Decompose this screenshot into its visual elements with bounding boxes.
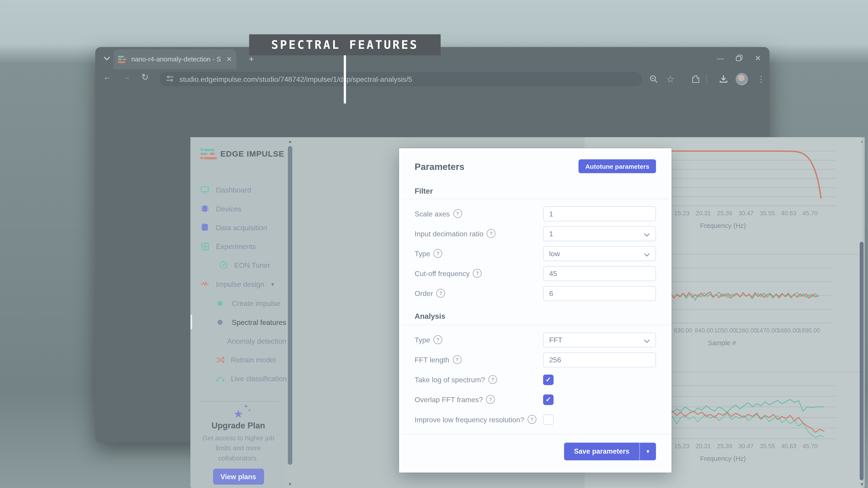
svg-text:45.70: 45.70 [802,443,817,450]
svg-text:20.31: 20.31 [695,210,711,217]
sidebar-item-label: Impulse design [216,280,264,288]
help-icon[interactable]: ? [436,289,445,297]
sidebar-item-anomaly-detection[interactable]: Anomaly detection [190,332,286,349]
tab-close-icon[interactable]: ✕ [226,56,232,62]
url-bar[interactable]: studio.edgeimpulse.com/studio/748742/imp… [159,72,642,86]
bookmark-star-icon[interactable]: ☆ [663,72,678,86]
panel-title: Parameters [414,162,464,172]
param-label: Type [414,249,430,258]
analysis-type-select[interactable]: FFT [543,332,656,347]
help-icon[interactable]: ? [488,375,497,384]
sidebar-item-impulse-design[interactable]: Impulse design ▾ [190,275,286,292]
cutoff-frequency-input[interactable] [543,266,656,281]
upgrade-title: Upgrade Plan [190,420,286,430]
extensions-icon[interactable] [689,72,703,86]
fft-length-input[interactable] [543,352,656,367]
browser-menu-kebab-icon[interactable]: ⋮ [754,72,769,86]
toolbar-divider [706,74,707,84]
param-row-input-decimation-ratio: Input decimation ratio? 1 [401,223,669,243]
save-options-caret-button[interactable]: ▼ [640,443,656,460]
svg-text:40.63: 40.63 [781,443,796,450]
param-label: Overlap FFT frames? [414,395,483,404]
footer-divider [401,434,669,434]
sidebar-scrollbar-down-arrow[interactable]: ▼ [287,482,293,487]
param-row-order: Order? [401,283,669,303]
edge-impulse-logo-icon [199,147,218,160]
svg-text:40.63: 40.63 [781,210,796,217]
sidebar-item-label: Anomaly detection [227,337,286,345]
autotune-parameters-button[interactable]: Autotune parameters [579,159,656,173]
svg-text:1050.00: 1050.00 [714,327,736,334]
section-divider [401,325,669,325]
view-plans-button[interactable]: View plans [213,468,264,485]
help-icon[interactable]: ? [434,249,442,258]
sidebar-item-experiments[interactable]: Experiments [190,238,286,254]
help-icon[interactable]: ? [453,355,461,364]
input-decimation-ratio-select[interactable]: 1 [543,226,656,241]
sidebar-item-create-impulse[interactable]: Create impulse [190,295,286,311]
scale-axes-input[interactable] [543,206,656,221]
edge-impulse-logo[interactable]: EDGE IMPULSE [199,146,284,162]
window-minimize-button[interactable]: — [712,52,728,65]
sidebar-item-dashboard[interactable]: Dashboard [190,182,286,198]
sidebar-item-data-acquisition[interactable]: Data acquisition [190,219,286,236]
order-input[interactable] [543,286,656,301]
overlap-fft-checkbox[interactable] [543,394,554,405]
help-icon[interactable]: ? [473,269,482,278]
tab-title: nano-r4-anomaly-detection - S [131,55,226,63]
tab-search-chevron-icon[interactable] [101,53,113,65]
param-row-analysis-type: Type? FFT [401,330,669,350]
svg-text:15.23: 15.23 [674,210,689,217]
filter-type-select[interactable]: low [543,246,656,261]
save-parameters-button[interactable]: Save parameters [564,443,639,460]
reload-icon[interactable]: ↻ [137,72,153,83]
svg-text:630.00: 630.00 [674,327,692,334]
zoom-out-icon[interactable] [647,72,661,86]
profile-avatar[interactable] [735,72,749,86]
svg-text:45.70: 45.70 [802,210,817,217]
waveform-icon [200,280,209,288]
sidebar-item-label: Live classification [231,375,287,383]
forward-icon[interactable]: → [119,72,134,83]
svg-text:1470.00: 1470.00 [756,327,778,334]
svg-text:35.55: 35.55 [760,210,775,217]
svg-text:20.31: 20.31 [695,443,711,450]
help-icon[interactable]: ? [487,229,495,238]
help-icon[interactable]: ? [486,395,495,404]
site-settings-icon[interactable] [166,74,174,84]
improve-low-freq-checkbox[interactable] [543,414,554,425]
slate-dot-icon [217,320,222,324]
nodes-icon [216,374,225,383]
svg-text:25.39: 25.39 [717,210,732,217]
param-row-cutoff-frequency: Cut-off frequency? [401,263,669,283]
svg-text:Frequency (Hz): Frequency (Hz) [700,222,746,229]
window-close-button[interactable]: ✕ [749,52,766,65]
tab-favicon [118,55,127,63]
sidebar-item-label: Spectral features [232,318,286,326]
param-label: Take log of spectrum? [414,376,485,384]
help-icon[interactable]: ? [453,209,462,218]
nav-controls: ← → ↻ [100,72,153,83]
sidebar-item-eon-tuner[interactable]: EON Tuner [190,257,286,273]
browser-tab[interactable]: nano-r4-anomaly-detection - S ✕ [114,49,237,69]
sidebar-item-devices[interactable]: Devices [190,200,286,217]
help-icon[interactable]: ? [528,415,536,424]
sidebar-scrollbar-up-arrow[interactable]: ▲ [287,139,293,144]
help-icon[interactable]: ? [434,335,442,344]
downloads-icon[interactable] [716,72,731,86]
param-label: Cut-off frequency [414,269,470,278]
sidebar-scrollbar-thumb[interactable] [288,146,292,465]
window-restore-button[interactable] [731,52,747,65]
take-log-checkbox[interactable] [543,375,554,385]
sidebar-item-retrain-model[interactable]: Retrain model [190,351,286,368]
page-scrollbar-thumb[interactable] [860,242,864,480]
page-scrollbar-up-arrow[interactable]: ▲ [859,139,865,144]
sidebar-item-live-classification[interactable]: Live classification [190,370,286,387]
page-scrollbar-down-arrow[interactable]: ▼ [859,482,865,487]
back-icon[interactable]: ← [100,72,115,83]
svg-text:Frequency (Hz): Frequency (Hz) [700,455,746,462]
desktop: SPECTRAL FEATURES nano-r4-anomaly-detect… [0,0,868,488]
sidebar-item-spectral-features[interactable]: Spectral features [190,314,286,330]
teal-dot-icon [217,301,222,306]
callout-banner: SPECTRAL FEATURES [249,34,440,55]
